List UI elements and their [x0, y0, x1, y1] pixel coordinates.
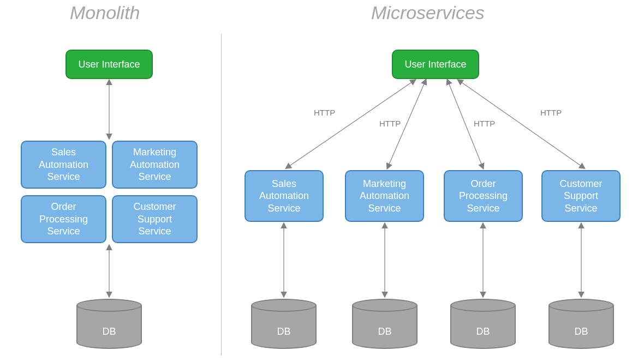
micro-db-2-label: DB — [352, 326, 418, 337]
monolith-db-label: DB — [76, 326, 142, 337]
micro-db-2: DB — [352, 299, 418, 349]
monolith-ui-box: User Interface — [65, 50, 153, 79]
micro-ui-box: User Interface — [392, 50, 479, 79]
micro-order-service: OrderProcessingService — [444, 170, 523, 222]
micro-db-3: DB — [450, 299, 516, 349]
monolith-order-service: OrderProcessingService — [21, 195, 106, 243]
micro-db-4-label: DB — [548, 326, 614, 337]
micro-db-1: DB — [251, 299, 317, 349]
title-monolith: Monolith — [70, 2, 140, 23]
micro-support-service: CustomerSupportService — [541, 170, 621, 222]
micro-db-3-label: DB — [450, 326, 516, 337]
micro-marketing-service: MarketingAutomationService — [345, 170, 424, 222]
monolith-marketing-service: MarketingAutomationService — [112, 141, 198, 189]
monolith-sales-service: SalesAutomationService — [21, 141, 106, 189]
monolith-db: DB — [76, 299, 142, 349]
http-label-2: HTTP — [379, 119, 401, 128]
title-microservices: Microservices — [371, 2, 485, 23]
micro-db-4: DB — [548, 299, 614, 349]
micro-sales-service: SalesAutomationService — [245, 170, 324, 222]
http-label-3: HTTP — [474, 119, 495, 128]
http-label-1: HTTP — [314, 108, 335, 117]
micro-db-1-label: DB — [251, 326, 317, 337]
http-label-4: HTTP — [540, 108, 562, 117]
vertical-divider — [221, 34, 222, 355]
monolith-support-service: CustomerSupportService — [112, 195, 198, 243]
